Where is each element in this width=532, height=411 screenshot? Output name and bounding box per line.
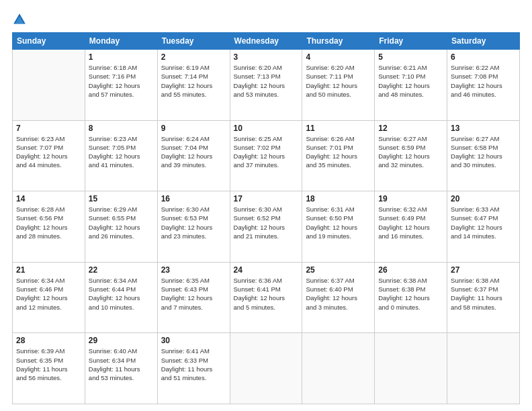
day-number: 3 <box>234 52 299 62</box>
calendar-cell <box>13 50 85 121</box>
calendar-cell: 14Sunrise: 6:28 AM Sunset: 6:56 PM Dayli… <box>13 191 85 263</box>
calendar-cell <box>375 333 447 404</box>
day-info: Sunrise: 6:37 AM Sunset: 6:40 PM Dayligh… <box>306 276 371 312</box>
day-number: 7 <box>16 124 81 133</box>
day-number: 12 <box>378 124 443 133</box>
day-info: Sunrise: 6:18 AM Sunset: 7:16 PM Dayligh… <box>89 63 154 99</box>
calendar-cell: 25Sunrise: 6:37 AM Sunset: 6:40 PM Dayli… <box>302 262 375 333</box>
calendar-cell: 8Sunrise: 6:23 AM Sunset: 7:05 PM Daylig… <box>85 120 157 191</box>
day-number: 17 <box>234 194 299 203</box>
calendar-cell: 22Sunrise: 6:34 AM Sunset: 6:44 PM Dayli… <box>85 262 157 333</box>
calendar-cell: 21Sunrise: 6:34 AM Sunset: 6:46 PM Dayli… <box>13 262 85 333</box>
day-info: Sunrise: 6:20 AM Sunset: 7:13 PM Dayligh… <box>234 63 299 99</box>
day-info: Sunrise: 6:22 AM Sunset: 7:08 PM Dayligh… <box>451 63 516 99</box>
calendar-cell: 17Sunrise: 6:30 AM Sunset: 6:52 PM Dayli… <box>230 191 302 263</box>
day-number: 4 <box>306 52 371 62</box>
calendar-cell: 13Sunrise: 6:27 AM Sunset: 6:58 PM Dayli… <box>447 120 520 191</box>
day-number: 1 <box>89 52 154 62</box>
week-row-5: 28Sunrise: 6:39 AM Sunset: 6:35 PM Dayli… <box>13 333 520 404</box>
day-info: Sunrise: 6:38 AM Sunset: 6:37 PM Dayligh… <box>451 276 516 312</box>
calendar-cell: 23Sunrise: 6:35 AM Sunset: 6:43 PM Dayli… <box>157 262 230 333</box>
day-info: Sunrise: 6:30 AM Sunset: 6:53 PM Dayligh… <box>161 205 226 240</box>
day-number: 13 <box>451 124 516 133</box>
day-info: Sunrise: 6:27 AM Sunset: 6:59 PM Dayligh… <box>378 134 443 170</box>
calendar-cell: 29Sunrise: 6:40 AM Sunset: 6:34 PM Dayli… <box>85 333 157 404</box>
calendar-body: 1Sunrise: 6:18 AM Sunset: 7:16 PM Daylig… <box>13 50 520 404</box>
day-number: 10 <box>234 124 299 133</box>
day-number: 9 <box>161 124 226 133</box>
day-number: 28 <box>16 336 81 345</box>
day-number: 23 <box>161 265 226 275</box>
header-row: SundayMondayTuesdayWednesdayThursdayFrid… <box>13 33 520 50</box>
day-number: 11 <box>306 124 371 133</box>
day-info: Sunrise: 6:19 AM Sunset: 7:14 PM Dayligh… <box>161 63 226 99</box>
calendar-cell: 16Sunrise: 6:30 AM Sunset: 6:53 PM Dayli… <box>157 191 230 263</box>
day-info: Sunrise: 6:41 AM Sunset: 6:33 PM Dayligh… <box>161 347 226 382</box>
day-info: Sunrise: 6:35 AM Sunset: 6:43 PM Dayligh… <box>161 276 226 312</box>
day-info: Sunrise: 6:34 AM Sunset: 6:46 PM Dayligh… <box>16 276 81 312</box>
day-info: Sunrise: 6:34 AM Sunset: 6:44 PM Dayligh… <box>89 276 154 312</box>
day-number: 25 <box>306 265 371 275</box>
day-info: Sunrise: 6:26 AM Sunset: 7:01 PM Dayligh… <box>306 134 371 170</box>
day-number: 5 <box>378 52 443 62</box>
calendar-cell: 28Sunrise: 6:39 AM Sunset: 6:35 PM Dayli… <box>13 333 85 404</box>
day-info: Sunrise: 6:27 AM Sunset: 6:58 PM Dayligh… <box>451 134 516 170</box>
header <box>12 12 520 27</box>
calendar-cell: 18Sunrise: 6:31 AM Sunset: 6:50 PM Dayli… <box>302 191 375 263</box>
week-row-3: 14Sunrise: 6:28 AM Sunset: 6:56 PM Dayli… <box>13 191 520 263</box>
day-number: 24 <box>234 265 299 275</box>
calendar-cell: 27Sunrise: 6:38 AM Sunset: 6:37 PM Dayli… <box>447 262 520 333</box>
day-info: Sunrise: 6:24 AM Sunset: 7:04 PM Dayligh… <box>161 134 226 170</box>
week-row-4: 21Sunrise: 6:34 AM Sunset: 6:46 PM Dayli… <box>13 262 520 333</box>
day-info: Sunrise: 6:38 AM Sunset: 6:38 PM Dayligh… <box>378 276 443 312</box>
calendar-cell: 24Sunrise: 6:36 AM Sunset: 6:41 PM Dayli… <box>230 262 302 333</box>
calendar-cell: 15Sunrise: 6:29 AM Sunset: 6:55 PM Dayli… <box>85 191 157 263</box>
day-number: 22 <box>89 265 154 275</box>
calendar-cell: 3Sunrise: 6:20 AM Sunset: 7:13 PM Daylig… <box>230 50 302 121</box>
calendar-cell: 26Sunrise: 6:38 AM Sunset: 6:38 PM Dayli… <box>375 262 447 333</box>
day-number: 19 <box>378 194 443 203</box>
day-info: Sunrise: 6:31 AM Sunset: 6:50 PM Dayligh… <box>306 205 371 240</box>
header-day-tuesday: Tuesday <box>157 33 230 50</box>
calendar-cell: 10Sunrise: 6:25 AM Sunset: 7:02 PM Dayli… <box>230 120 302 191</box>
calendar-cell: 20Sunrise: 6:33 AM Sunset: 6:47 PM Dayli… <box>447 191 520 263</box>
day-number: 6 <box>451 52 516 62</box>
calendar-cell: 19Sunrise: 6:32 AM Sunset: 6:49 PM Dayli… <box>375 191 447 263</box>
day-number: 15 <box>89 194 154 203</box>
day-number: 16 <box>161 194 226 203</box>
day-number: 14 <box>16 194 81 203</box>
day-number: 21 <box>16 265 81 275</box>
calendar-cell: 12Sunrise: 6:27 AM Sunset: 6:59 PM Dayli… <box>375 120 447 191</box>
day-info: Sunrise: 6:25 AM Sunset: 7:02 PM Dayligh… <box>234 134 299 170</box>
calendar-cell: 11Sunrise: 6:26 AM Sunset: 7:01 PM Dayli… <box>302 120 375 191</box>
calendar-cell <box>302 333 375 404</box>
day-number: 27 <box>451 265 516 275</box>
day-info: Sunrise: 6:39 AM Sunset: 6:35 PM Dayligh… <box>16 347 81 382</box>
calendar-cell: 6Sunrise: 6:22 AM Sunset: 7:08 PM Daylig… <box>447 50 520 121</box>
day-info: Sunrise: 6:32 AM Sunset: 6:49 PM Dayligh… <box>378 205 443 240</box>
week-row-2: 7Sunrise: 6:23 AM Sunset: 7:07 PM Daylig… <box>13 120 520 191</box>
day-info: Sunrise: 6:33 AM Sunset: 6:47 PM Dayligh… <box>451 205 516 240</box>
day-number: 20 <box>451 194 516 203</box>
header-day-friday: Friday <box>375 33 447 50</box>
logo <box>12 12 30 27</box>
calendar-cell: 2Sunrise: 6:19 AM Sunset: 7:14 PM Daylig… <box>157 50 230 121</box>
week-row-1: 1Sunrise: 6:18 AM Sunset: 7:16 PM Daylig… <box>13 50 520 121</box>
calendar-cell <box>230 333 302 404</box>
calendar-cell: 1Sunrise: 6:18 AM Sunset: 7:16 PM Daylig… <box>85 50 157 121</box>
header-day-saturday: Saturday <box>447 33 520 50</box>
logo-icon <box>12 12 27 27</box>
header-day-sunday: Sunday <box>13 33 85 50</box>
day-info: Sunrise: 6:30 AM Sunset: 6:52 PM Dayligh… <box>234 205 299 240</box>
day-info: Sunrise: 6:36 AM Sunset: 6:41 PM Dayligh… <box>234 276 299 312</box>
day-info: Sunrise: 6:29 AM Sunset: 6:55 PM Dayligh… <box>89 205 154 240</box>
day-info: Sunrise: 6:21 AM Sunset: 7:10 PM Dayligh… <box>378 63 443 99</box>
day-number: 29 <box>89 336 154 345</box>
page: SundayMondayTuesdayWednesdayThursdayFrid… <box>0 0 532 411</box>
day-number: 8 <box>89 124 154 133</box>
header-day-monday: Monday <box>85 33 157 50</box>
day-info: Sunrise: 6:28 AM Sunset: 6:56 PM Dayligh… <box>16 205 81 240</box>
day-number: 18 <box>306 194 371 203</box>
header-day-wednesday: Wednesday <box>230 33 302 50</box>
day-info: Sunrise: 6:40 AM Sunset: 6:34 PM Dayligh… <box>89 347 154 382</box>
